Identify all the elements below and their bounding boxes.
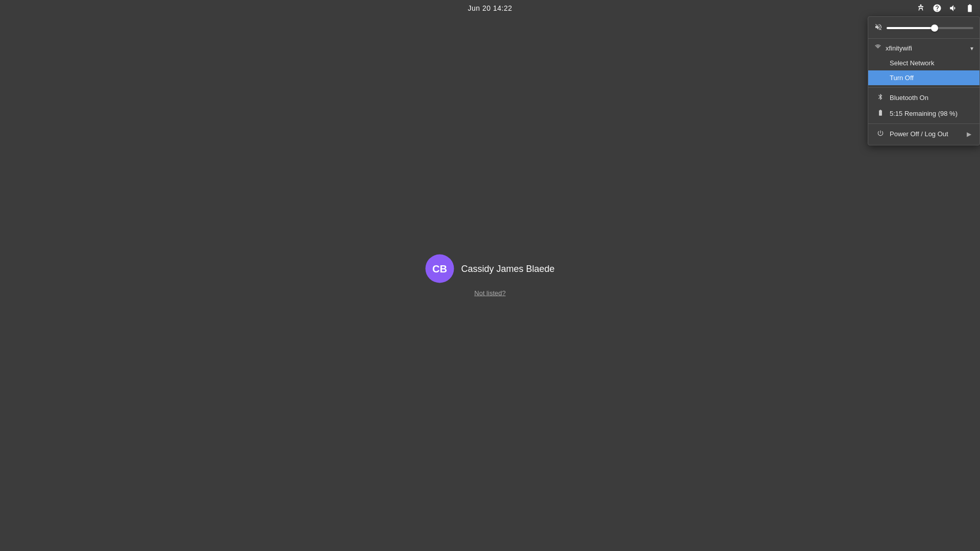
avatar[interactable]: CB bbox=[425, 255, 454, 283]
login-area: CB Cassidy James Blaede Not listed? bbox=[425, 255, 554, 297]
volume-thumb bbox=[931, 24, 938, 32]
username-label: Cassidy James Blaede bbox=[461, 263, 554, 274]
volume-row bbox=[868, 20, 979, 36]
volume-fill bbox=[887, 27, 935, 29]
battery-status-icon bbox=[876, 109, 885, 118]
accessibility-icon[interactable] bbox=[914, 1, 928, 15]
bluetooth-label: Bluetooth On bbox=[890, 94, 928, 102]
separator-3 bbox=[868, 123, 979, 124]
datetime-label: Jun 20 14:22 bbox=[468, 4, 512, 12]
select-network-item[interactable]: Select Network bbox=[868, 56, 979, 70]
volume-slider[interactable] bbox=[887, 27, 973, 29]
turn-off-label: Turn Off bbox=[890, 74, 914, 82]
battery-label: 5:15 Remaining (98 %) bbox=[890, 110, 958, 117]
bluetooth-row[interactable]: Bluetooth On bbox=[868, 90, 979, 106]
battery-info-row: 5:15 Remaining (98 %) bbox=[868, 106, 979, 121]
network-chevron-icon: ▾ bbox=[970, 45, 973, 52]
power-off-arrow-icon: ▶ bbox=[967, 131, 971, 138]
power-off-item[interactable]: Power Off / Log Out ▶ bbox=[868, 126, 979, 142]
turn-off-item[interactable]: Turn Off bbox=[868, 70, 979, 85]
volume-icon[interactable] bbox=[946, 1, 961, 15]
system-dropdown: xfinitywifi ▾ Select Network Turn Off Bl… bbox=[868, 16, 980, 145]
svg-point-0 bbox=[920, 5, 922, 6]
battery-icon[interactable] bbox=[963, 1, 977, 15]
network-row[interactable]: xfinitywifi ▾ bbox=[868, 41, 979, 56]
network-name-label: xfinitywifi bbox=[886, 44, 966, 52]
user-row: CB Cassidy James Blaede bbox=[425, 255, 554, 283]
not-listed-link[interactable]: Not listed? bbox=[474, 289, 505, 297]
select-network-label: Select Network bbox=[890, 59, 934, 67]
help-icon[interactable] bbox=[930, 1, 944, 15]
topbar: Jun 20 14:22 bbox=[0, 0, 980, 16]
network-icon bbox=[874, 44, 881, 53]
separator-1 bbox=[868, 38, 979, 39]
volume-mute-icon bbox=[874, 23, 883, 33]
separator-2 bbox=[868, 87, 979, 88]
power-icon bbox=[876, 130, 885, 138]
power-off-label: Power Off / Log Out bbox=[890, 130, 948, 138]
avatar-initials: CB bbox=[432, 263, 447, 274]
system-tray bbox=[914, 0, 980, 16]
bluetooth-icon bbox=[876, 93, 885, 102]
